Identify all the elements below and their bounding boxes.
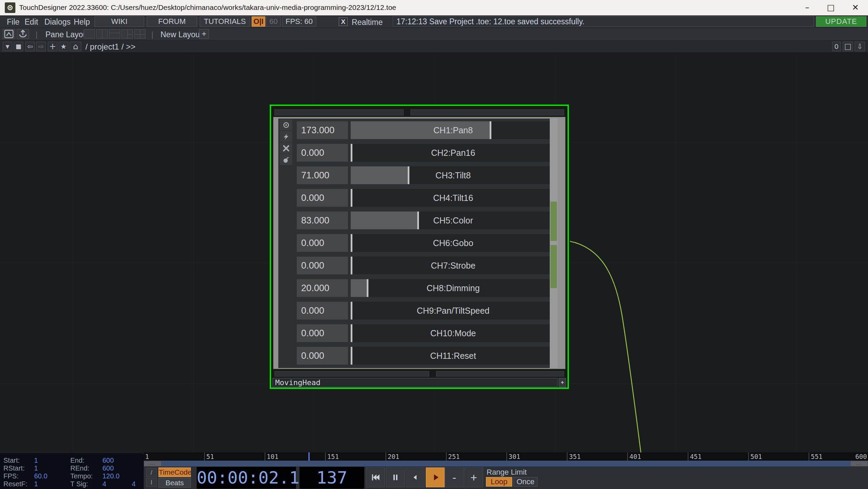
step-forward-plus-button[interactable]: + <box>464 467 483 487</box>
channel-row: 20.000CH8:Dimming <box>297 279 556 297</box>
close-x-icon-button[interactable] <box>280 142 292 154</box>
channel-value-field[interactable]: 0.000 <box>297 302 348 320</box>
scrollbar-thumb[interactable] <box>550 202 557 241</box>
channel-slider[interactable]: CH8:Dimming <box>351 279 556 297</box>
wiki-button[interactable]: WIKI <box>95 16 144 27</box>
fps-cap-field[interactable]: 60 <box>266 16 281 27</box>
channel-row: 0.000CH9:Pan/TiltSpeed <box>297 302 556 320</box>
dropdown-arrow-button[interactable]: ▼ <box>3 42 12 51</box>
home-button[interactable]: ⌂ <box>70 42 81 51</box>
layout-preset-hsplit[interactable] <box>109 29 120 39</box>
timeline-scrollbar[interactable]: ... ... <box>144 461 868 466</box>
viewer-toolbar <box>280 119 292 166</box>
scrollbar-options-left[interactable]: ... <box>144 461 162 466</box>
menu-dialogs[interactable]: Dialogs <box>44 17 71 27</box>
channel-slider[interactable]: CH1:Pan8 <box>351 121 556 139</box>
new-layout-add-button[interactable]: + <box>199 29 209 39</box>
info-value: 120.0 <box>102 472 120 480</box>
channel-value-field[interactable]: 173.000 <box>297 121 348 139</box>
target-icon-button[interactable] <box>280 119 292 131</box>
layout-preset-tsplit[interactable] <box>122 29 133 39</box>
lightning-icon-button[interactable] <box>280 131 292 142</box>
forward-arrow-button[interactable]: ⇨ <box>36 42 46 51</box>
channel-slider[interactable]: CH6:Gobo <box>351 234 556 252</box>
channel-value-field[interactable]: 0.000 <box>297 144 348 162</box>
channel-value-field[interactable]: 0.000 <box>297 189 348 207</box>
tutorials-button[interactable]: TUTORIALS <box>200 16 250 27</box>
minimize-button[interactable]: – <box>796 0 818 15</box>
menu-file[interactable]: File <box>7 17 19 27</box>
zero-badge[interactable]: 0 <box>832 42 841 51</box>
once-button[interactable]: Once <box>514 477 537 487</box>
channel-slider[interactable]: CH11:Reset <box>351 347 556 365</box>
channel-slider[interactable]: CH2:Pan16 <box>351 144 556 162</box>
pane-anchor-button[interactable] <box>17 29 29 39</box>
close-button[interactable]: ✕ <box>844 0 867 15</box>
channel-slider[interactable]: CH4:Tilt16 <box>351 189 556 207</box>
realtime-checkbox[interactable]: X <box>339 17 348 26</box>
menu-help[interactable]: Help <box>74 17 90 27</box>
breadcrumb[interactable]: / project1 / >> <box>85 42 136 52</box>
add-comment-button[interactable]: ✦ <box>559 378 566 387</box>
channel-slider[interactable]: CH9:Pan/TiltSpeed <box>351 302 556 320</box>
channel-value-field[interactable]: 0.000 <box>297 257 348 274</box>
loop-button[interactable]: Loop <box>486 477 512 487</box>
channel-slider[interactable]: CH5:Color <box>351 212 556 229</box>
layout-preset-grid[interactable] <box>134 29 145 39</box>
scrollbar-options-right[interactable]: ... <box>850 461 868 466</box>
layout-preset-vsplit[interactable] <box>96 29 108 39</box>
timeline-ruler[interactable]: 600 151101151201251301351401451501551 <box>144 452 868 461</box>
add-button[interactable]: + <box>48 42 57 51</box>
step-forward-minus-button[interactable]: - <box>445 467 464 487</box>
update-button[interactable]: UPDATE <box>816 16 866 27</box>
ruler-tick: 351 <box>567 452 580 461</box>
info-label: FPS: <box>3 472 18 480</box>
channel-slider[interactable]: CH3:Tilt8 <box>351 166 556 184</box>
stop-button[interactable]: ■ <box>14 42 23 51</box>
play-button[interactable] <box>426 467 445 487</box>
channel-label: CH5:Color <box>351 212 556 229</box>
ruler-tick: 1 <box>144 452 149 461</box>
window-frame-button[interactable]: □ <box>843 42 853 51</box>
bookmark-star-button[interactable]: ★ <box>59 42 68 51</box>
timeline-info-panel: Start:1End:600RStart:1REnd:600FPS:60.0Te… <box>0 453 144 489</box>
down-arrow-button[interactable]: ⇩ <box>855 42 865 51</box>
pane-picture-button[interactable] <box>3 29 15 39</box>
channel-value-field[interactable]: 0.000 <box>297 234 348 252</box>
channel-slider[interactable]: CH10:Mode <box>351 324 556 342</box>
channel-value-field[interactable]: 83.000 <box>297 212 348 229</box>
transport-bar: / I TimeCode Beats 00:00:02.16 137 <box>144 466 868 489</box>
slash-button[interactable]: / <box>146 468 157 477</box>
channel-label: CH4:Tilt16 <box>351 189 556 207</box>
step-back-button[interactable] <box>406 467 424 487</box>
bomb-icon <box>282 156 290 164</box>
integer-button[interactable]: I <box>146 478 157 487</box>
network-editor[interactable]: 173.000CH1:Pan80.000CH2:Pan1671.000CH3:T… <box>0 53 868 452</box>
channel-value-field[interactable]: 0.000 <box>297 324 348 342</box>
scrollbar-thumb[interactable] <box>550 245 557 288</box>
bomb-icon-button[interactable] <box>280 154 292 166</box>
viewer-bottom-scrollbar[interactable] <box>274 370 565 377</box>
oi-toggle[interactable]: O|I <box>252 16 265 27</box>
back-arrow-button[interactable]: ⇦ <box>25 42 35 51</box>
timecode-mode-button[interactable]: TimeCode <box>158 467 191 477</box>
viewer-vertical-scrollbar[interactable] <box>550 119 558 368</box>
ruler-tick: 401 <box>627 452 641 461</box>
channel-value-field[interactable]: 0.000 <box>297 347 348 365</box>
menu-edit[interactable]: Edit <box>25 17 38 27</box>
skip-to-start-button[interactable] <box>366 467 385 487</box>
component-name-field[interactable]: MovingHead <box>272 378 558 387</box>
anchor-icon <box>17 29 29 39</box>
viewer-top-scrollbar[interactable] <box>274 109 565 116</box>
layout-preset-single[interactable] <box>84 29 95 39</box>
channel-value-field[interactable]: 71.000 <box>297 166 348 184</box>
pause-button[interactable] <box>386 467 405 487</box>
fps-display[interactable]: FPS: 60 <box>282 16 316 27</box>
timecode-display: 00:00:02.16 <box>197 467 296 489</box>
maximize-button[interactable]: □ <box>820 0 842 15</box>
channel-value-field[interactable]: 20.000 <box>297 279 348 297</box>
playhead[interactable] <box>308 452 310 461</box>
forum-button[interactable]: FORUM <box>147 16 197 27</box>
beats-mode-button[interactable]: Beats <box>158 478 191 488</box>
channel-slider[interactable]: CH7:Strobe <box>351 257 556 274</box>
